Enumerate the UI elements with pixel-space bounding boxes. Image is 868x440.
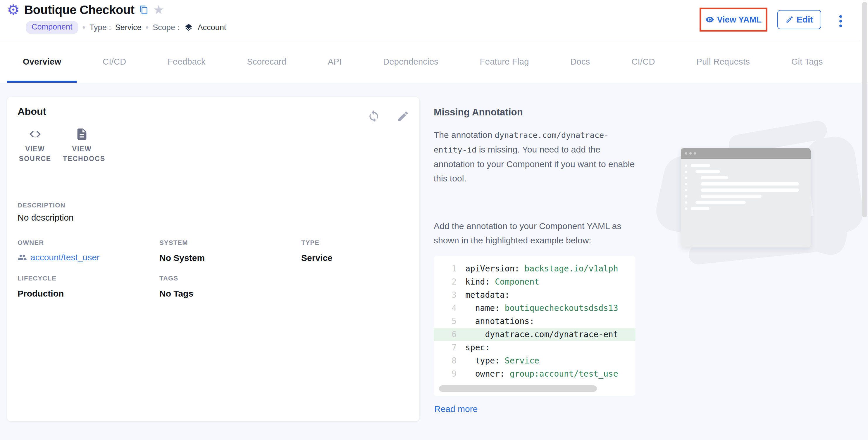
annotation-instructions: Add the annotation to your Component YAM…	[434, 219, 636, 247]
window-body	[681, 159, 811, 247]
system-label: SYSTEM	[159, 239, 188, 246]
code-line: 1apiVersion: backstage.io/v1alph	[434, 262, 636, 275]
content-area: About VIEW SOURCE VIEW TECHDOCS DESCRIPT…	[0, 83, 868, 440]
view-yaml-button[interactable]: View YAML	[700, 8, 767, 32]
entity-page: ⚙ Boutique Checkout ★ Component • Type :…	[0, 0, 868, 440]
tab-cicd-2[interactable]: CI/CD	[616, 41, 671, 83]
title-block: ⚙ Boutique Checkout ★ Component • Type :…	[7, 3, 226, 34]
tab-feedback[interactable]: Feedback	[152, 41, 221, 83]
tab-cicd[interactable]: CI/CD	[87, 41, 142, 83]
lifecycle-label: LIFECYCLE	[18, 275, 57, 282]
type-field-label: TYPE	[301, 239, 319, 246]
type-value: Service	[115, 23, 142, 32]
view-source-label: VIEW SOURCE	[16, 144, 54, 164]
code-line: 5 annotations:	[434, 315, 636, 328]
pencil-outline-icon	[785, 15, 794, 24]
favorite-star-icon[interactable]: ★	[153, 4, 164, 16]
component-gear-icon: ⚙	[7, 3, 20, 17]
tab-feature-flag[interactable]: Feature Flag	[464, 41, 545, 83]
code-icon	[28, 127, 42, 141]
system-value: No System	[159, 253, 205, 263]
scope-label: Scope :	[153, 23, 180, 32]
about-card: About VIEW SOURCE VIEW TECHDOCS DESCRIPT…	[7, 97, 420, 421]
view-yaml-label: View YAML	[717, 15, 762, 25]
tags-label: TAGS	[159, 275, 178, 282]
missing-annotation-title: Missing Annotation	[434, 107, 523, 118]
about-title: About	[18, 106, 46, 117]
lifecycle-value: Production	[18, 289, 64, 299]
tags-value: No Tags	[159, 289, 193, 299]
tab-api[interactable]: API	[312, 41, 358, 83]
scope-value: Account	[198, 23, 226, 32]
more-options-kebab-icon[interactable]	[835, 12, 846, 30]
type-label: Type :	[90, 23, 111, 32]
code-line: 8 type: Service	[434, 354, 636, 367]
dot-separator: •	[146, 23, 149, 32]
code-line: 7spec:	[434, 341, 636, 354]
tab-dependencies[interactable]: Dependencies	[367, 41, 454, 83]
owner-value: account/test_user	[30, 252, 100, 262]
tab-scorecard[interactable]: Scorecard	[231, 41, 302, 83]
window-titlebar	[681, 148, 811, 159]
code-line: 4 name: boutiquecheckoutsdsds13	[434, 302, 636, 315]
view-techdocs-link[interactable]: VIEW TECHDOCS	[59, 127, 105, 164]
type-field-value: Service	[301, 253, 333, 263]
description-value: No description	[18, 213, 74, 223]
eye-icon	[705, 15, 714, 24]
tab-pull-requests[interactable]: Pull Requests	[681, 41, 766, 83]
layers-icon	[184, 23, 194, 32]
yaml-code-block: 1apiVersion: backstage.io/v1alph 2kind: …	[434, 256, 636, 396]
description-label: DESCRIPTION	[18, 202, 65, 209]
kind-badge: Component	[26, 21, 79, 34]
browser-window-graphic	[681, 148, 811, 247]
page-title: Boutique Checkout	[24, 3, 134, 17]
entity-subtitle: Component • Type : Service • Scope : Acc…	[26, 21, 226, 34]
entity-tabs: Overview CI/CD Feedback Scorecard API De…	[0, 41, 868, 83]
code-line-highlighted: 6 dynatrace.com/dynatrace-ent	[434, 328, 636, 341]
about-links: VIEW SOURCE VIEW TECHDOCS	[12, 127, 105, 164]
document-icon	[75, 127, 89, 141]
dot-separator: •	[83, 23, 86, 32]
edit-button[interactable]: Edit	[777, 10, 821, 29]
edit-about-pencil-icon[interactable]	[397, 110, 411, 124]
owner-link[interactable]: account/test_user	[18, 252, 100, 262]
owner-label: OWNER	[18, 239, 44, 246]
view-source-link[interactable]: VIEW SOURCE	[12, 127, 59, 164]
code-line: 9 owner: group:account/test_use	[434, 367, 636, 380]
refresh-icon[interactable]	[367, 110, 381, 124]
page-header: ⚙ Boutique Checkout ★ Component • Type :…	[0, 0, 860, 40]
edit-label: Edit	[797, 14, 813, 25]
page-vertical-scrollbar[interactable]	[862, 2, 867, 217]
code-window-illustration	[664, 130, 857, 262]
tab-overview[interactable]: Overview	[7, 41, 77, 83]
tab-git-tags[interactable]: Git Tags	[776, 41, 839, 83]
annotation-paragraph: The annotation dynatrace.com/dynatrace-e…	[434, 128, 636, 185]
people-icon	[18, 253, 27, 262]
read-more-link[interactable]: Read more	[434, 404, 477, 414]
view-techdocs-label: VIEW TECHDOCS	[63, 144, 101, 164]
code-line: 2kind: Component	[434, 275, 636, 289]
code-line: 3metadata:	[434, 289, 636, 302]
code-horizontal-scrollbar[interactable]	[439, 385, 597, 392]
copy-icon[interactable]	[139, 5, 149, 14]
tab-docs[interactable]: Docs	[555, 41, 606, 83]
